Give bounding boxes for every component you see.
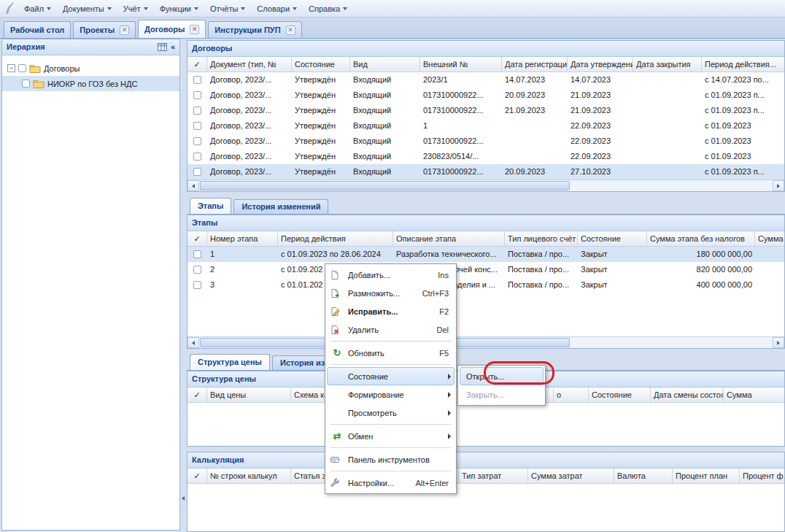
column-header-check[interactable]: ✓ bbox=[187, 469, 207, 483]
checkbox[interactable] bbox=[193, 266, 201, 274]
tab-instructions-pup[interactable]: Инструкции ПУП✕ bbox=[208, 21, 301, 38]
submenu-item-open[interactable]: Открыть... bbox=[460, 367, 544, 385]
column-header-sum-no-tax[interactable]: Сумма этапа без налогов bbox=[647, 231, 755, 246]
column-header-kind[interactable]: Вид bbox=[350, 57, 420, 72]
checkbox[interactable] bbox=[193, 153, 201, 161]
menu-item-delete[interactable]: Удалить Del bbox=[327, 320, 455, 339]
stage-row-selected[interactable]: 1с 01.09.2023 по 28.06.2024Разработка те… bbox=[187, 247, 784, 262]
menu-file[interactable]: Файл bbox=[18, 2, 57, 15]
submenu-item-close[interactable]: Закрыть... bbox=[460, 385, 544, 404]
column-header-external-no[interactable]: Внешний № bbox=[420, 57, 502, 72]
column-header-approve-date[interactable]: Дата утверждения bbox=[568, 57, 633, 72]
column-header-cost-sum[interactable]: Сумма затрат bbox=[528, 469, 614, 483]
scrollbar-thumb[interactable] bbox=[200, 181, 570, 190]
column-header-currency[interactable]: Валюта bbox=[614, 469, 673, 483]
tree-checkbox[interactable] bbox=[22, 80, 30, 88]
menu-item-settings[interactable]: Настройки... Alt+Enter bbox=[327, 474, 455, 492]
column-header-state[interactable]: Состояние bbox=[589, 388, 651, 402]
checkbox[interactable] bbox=[193, 107, 201, 115]
column-header-calc-row-no[interactable]: № строки калькул bbox=[207, 469, 291, 483]
column-header-account-type[interactable]: Тип лицевого счёт bbox=[505, 231, 578, 246]
column-header-description[interactable]: Описание этапа bbox=[393, 231, 505, 246]
column-header-check[interactable]: ✓ bbox=[187, 57, 207, 72]
column-header-period[interactable]: Период действия... bbox=[702, 57, 785, 72]
scroll-right-icon[interactable] bbox=[773, 180, 784, 191]
tree-expander-icon[interactable]: − bbox=[7, 64, 15, 72]
tree-node-niokr[interactable]: НИОКР по ГОЗ без НДС bbox=[2, 76, 179, 91]
column-header-state[interactable]: Состояние bbox=[292, 57, 350, 72]
stage-row[interactable]: 2с 01.09.202Разработка рабочей конс...По… bbox=[187, 262, 784, 277]
contract-row[interactable]: Договор, 2023/...УтверждёнВходящий017310… bbox=[187, 134, 784, 149]
contract-row-selected[interactable]: Договор, 2023/...УтверждёнВходящий017310… bbox=[187, 164, 784, 180]
column-header-partial[interactable]: о bbox=[554, 388, 589, 402]
tab-projects[interactable]: Проекты✕ bbox=[73, 21, 136, 38]
close-icon[interactable]: ✕ bbox=[190, 25, 199, 34]
contracts-hscrollbar[interactable] bbox=[187, 180, 784, 191]
stage-row[interactable]: 3с 01.01.202Изготовление изделия и ...По… bbox=[187, 277, 784, 293]
contract-row[interactable]: Договор, 2023/...УтверждёнВходящий230823… bbox=[187, 149, 784, 164]
menu-reports[interactable]: Отчёты bbox=[204, 2, 251, 15]
column-header-check[interactable]: ✓ bbox=[187, 231, 207, 246]
menu-documents[interactable]: Документы bbox=[57, 2, 117, 15]
column-header-price-kind[interactable]: Вид цены bbox=[207, 388, 291, 402]
menu-item-refresh[interactable]: ↻ Обновить F5 bbox=[327, 344, 455, 362]
checkbox[interactable] bbox=[193, 137, 201, 145]
menu-item-duplicate[interactable]: Размножить... Ctrl+F3 bbox=[327, 284, 455, 302]
tab-stages[interactable]: Этапы bbox=[190, 198, 231, 214]
checkbox[interactable] bbox=[193, 281, 201, 289]
menu-dictionaries[interactable]: Словари bbox=[251, 2, 303, 15]
scroll-right-icon[interactable] bbox=[773, 337, 784, 348]
column-header-period[interactable]: Период действия bbox=[278, 231, 393, 246]
menu-item-exchange[interactable]: ⇄ Обмен bbox=[327, 427, 455, 445]
row-checkbox-cell[interactable] bbox=[187, 149, 207, 164]
column-header-state-change-date[interactable]: Дата смены состоя bbox=[651, 388, 724, 402]
checkbox[interactable] bbox=[193, 76, 201, 84]
scroll-left-icon[interactable] bbox=[187, 337, 199, 348]
close-icon[interactable]: ✕ bbox=[120, 26, 129, 35]
menu-item-add[interactable]: Добавить... Ins bbox=[327, 266, 455, 284]
grid-columns-icon[interactable] bbox=[158, 42, 167, 52]
menu-item-formation[interactable]: Формирование bbox=[327, 385, 455, 404]
menu-item-state[interactable]: Состояние bbox=[327, 367, 455, 385]
panel-splitter[interactable] bbox=[180, 39, 187, 532]
checkbox[interactable] bbox=[193, 122, 201, 130]
scroll-left-icon[interactable] bbox=[187, 180, 199, 191]
column-header-sum[interactable]: Сумма bbox=[724, 388, 785, 402]
tab-price-structure[interactable]: Структура цены bbox=[190, 354, 270, 370]
tab-change-history[interactable]: История изменений bbox=[233, 199, 328, 214]
contract-row[interactable]: Договор, 2023/...УтверждёнВходящий017310… bbox=[187, 88, 784, 103]
menu-item-toolbar[interactable]: Панель инструментов bbox=[327, 450, 455, 469]
column-header-close-date[interactable]: Дата закрытия bbox=[633, 57, 702, 72]
contract-row[interactable]: Договор, 2023/...УтверждёнВходящий2023/1… bbox=[187, 72, 784, 88]
menu-item-edit[interactable]: Исправить... F2 bbox=[327, 302, 455, 320]
column-header-check[interactable]: ✓ bbox=[187, 388, 207, 402]
column-header-cost-type[interactable]: Тип затрат bbox=[459, 469, 528, 483]
column-header-state[interactable]: Состояние bbox=[578, 231, 647, 246]
column-header-document[interactable]: Документ (тип, № bbox=[207, 57, 292, 72]
row-checkbox-cell[interactable] bbox=[187, 134, 207, 149]
row-checkbox-cell[interactable] bbox=[187, 262, 207, 277]
checkbox[interactable] bbox=[193, 91, 201, 99]
column-header-sum[interactable]: Сумма bbox=[755, 231, 785, 246]
row-checkbox-cell[interactable] bbox=[187, 277, 207, 293]
row-checkbox-cell[interactable] bbox=[187, 88, 207, 103]
row-checkbox-cell[interactable] bbox=[187, 103, 207, 118]
contract-row[interactable]: Договор, 2023/...УтверждёнВходящий122.09… bbox=[187, 118, 784, 134]
splitter-collapse-icon[interactable] bbox=[182, 496, 185, 501]
checkbox[interactable] bbox=[193, 168, 201, 176]
menu-help[interactable]: Справка bbox=[303, 2, 353, 15]
tab-desktop[interactable]: Рабочий стол bbox=[4, 21, 71, 38]
row-checkbox-cell[interactable] bbox=[187, 72, 207, 88]
menu-item-view[interactable]: Просмотреть bbox=[327, 404, 455, 422]
column-header-percent-plan[interactable]: Процент план bbox=[673, 469, 740, 483]
contract-row[interactable]: Договор, 2023/...УтверждёнВходящий017310… bbox=[187, 103, 784, 118]
tree-checkbox[interactable] bbox=[18, 64, 26, 72]
checkbox[interactable] bbox=[193, 250, 201, 258]
menu-accounting[interactable]: Учёт bbox=[117, 2, 154, 15]
tab-contracts[interactable]: Договоры✕ bbox=[138, 20, 206, 38]
row-checkbox-cell[interactable] bbox=[187, 118, 207, 134]
column-header-percent-fact[interactable]: Процент ф... bbox=[740, 469, 785, 483]
column-header-reg-date[interactable]: Дата регистрации bbox=[502, 57, 568, 72]
column-header-stage-no[interactable]: Номер этапа bbox=[207, 231, 278, 246]
menu-functions[interactable]: Функции bbox=[154, 2, 204, 15]
